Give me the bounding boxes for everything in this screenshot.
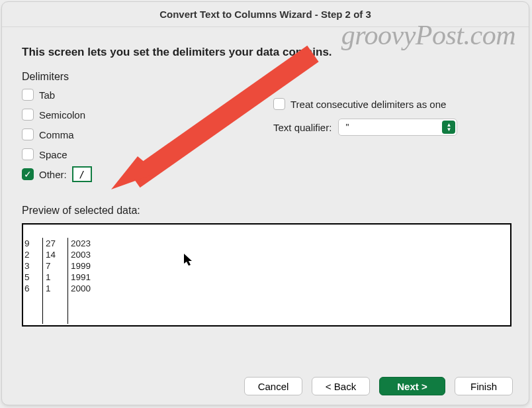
- label-semicolon: Semicolon: [39, 109, 85, 121]
- next-button[interactable]: Next >: [379, 377, 445, 395]
- checkbox-semicolon[interactable]: [22, 109, 34, 121]
- checkbox-other[interactable]: ✓: [22, 168, 34, 180]
- delimiter-other-row[interactable]: ✓ Other:: [22, 166, 273, 182]
- delimiter-semicolon-row[interactable]: Semicolon: [22, 107, 273, 123]
- qualifier-value: ": [345, 122, 349, 132]
- dialog-content: This screen lets you set the delimiters …: [2, 27, 529, 336]
- consecutive-row[interactable]: Treat consecutive delimiters as one: [273, 96, 511, 112]
- back-button[interactable]: < Back: [312, 377, 370, 395]
- checkbox-tab[interactable]: [22, 89, 34, 101]
- qualifier-label: Text qualifier:: [273, 122, 332, 133]
- qualifier-select[interactable]: " ▲▼: [338, 119, 457, 136]
- preview-table: 9 2 3 5 6 27 14 7 1 1 2023 2003 1999: [23, 238, 108, 324]
- checkbox-space[interactable]: [22, 148, 34, 160]
- cancel-button[interactable]: Cancel: [244, 377, 302, 395]
- select-arrows-icon: ▲▼: [442, 121, 455, 134]
- label-tab: Tab: [39, 89, 55, 101]
- checkbox-consecutive[interactable]: [273, 98, 285, 110]
- label-comma: Comma: [39, 129, 74, 140]
- preview-col-2: 27 14 7 1 1: [43, 238, 68, 324]
- delimiter-space-row[interactable]: Space: [22, 146, 273, 162]
- wizard-dialog: Convert Text to Columns Wizard - Step 2 …: [1, 1, 529, 405]
- delimiters-heading: Delimiters: [22, 71, 273, 83]
- preview-col-1: 9 2 3 5 6: [23, 238, 43, 324]
- delimiter-comma-row[interactable]: Comma: [22, 127, 273, 142]
- preview-box: 9 2 3 5 6 27 14 7 1 1 2023 2003 1999: [22, 223, 511, 327]
- delimiter-tab-row[interactable]: Tab: [22, 87, 273, 103]
- preview-label: Preview of selected data:: [22, 205, 511, 217]
- button-bar: Cancel < Back Next > Finish: [244, 377, 513, 395]
- other-delimiter-input[interactable]: [72, 166, 92, 182]
- label-consecutive: Treat consecutive delimiters as one: [290, 99, 446, 110]
- dialog-title: Convert Text to Columns Wizard - Step 2 …: [2, 2, 529, 27]
- instruction-text: This screen lets you set the delimiters …: [22, 46, 511, 59]
- label-space: Space: [39, 149, 67, 160]
- delimiters-group: Delimiters Tab Semicolon Comma Space: [22, 71, 273, 186]
- finish-button[interactable]: Finish: [455, 377, 513, 395]
- label-other: Other:: [39, 169, 67, 180]
- checkbox-comma[interactable]: [22, 128, 34, 140]
- preview-col-3: 2023 2003 1999 1991 2000: [68, 238, 108, 324]
